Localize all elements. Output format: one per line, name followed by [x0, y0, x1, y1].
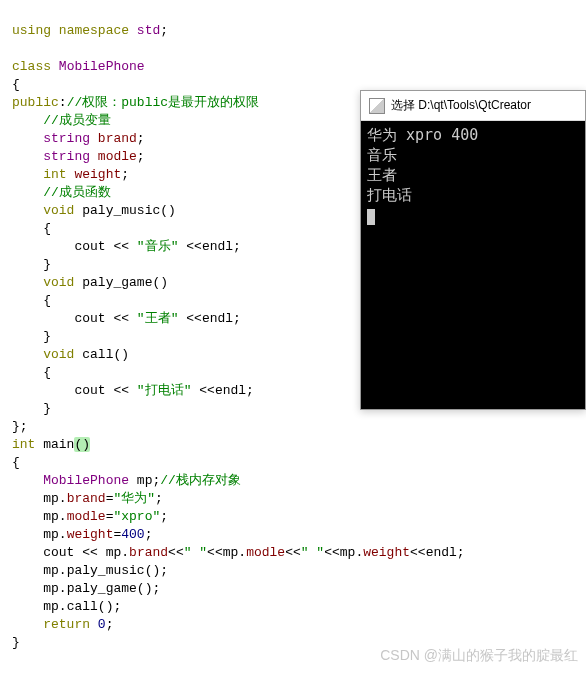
output-line: 王者: [367, 166, 397, 184]
kw-namespace: namespace: [59, 23, 129, 38]
kw-class: class: [12, 59, 51, 74]
console-icon: [369, 98, 385, 114]
kw-public: public: [12, 95, 59, 110]
comment: //成员函数: [43, 185, 111, 200]
main-func: main: [43, 437, 74, 452]
comment: //权限：public是最开放的权限: [67, 95, 259, 110]
console-window[interactable]: 选择 D:\qt\Tools\QtCreator 华为 xpro 400 音乐 …: [360, 90, 586, 410]
cursor: [367, 209, 375, 225]
console-title: 选择 D:\qt\Tools\QtCreator: [391, 97, 531, 114]
console-titlebar[interactable]: 选择 D:\qt\Tools\QtCreator: [361, 91, 585, 121]
output-line: 音乐: [367, 146, 397, 164]
paren-highlight: (): [74, 437, 90, 452]
console-output[interactable]: 华为 xpro 400 音乐 王者 打电话: [361, 121, 585, 409]
output-line: 打电话: [367, 186, 412, 204]
ns-std: std: [137, 23, 160, 38]
comment: //成员变量: [43, 113, 111, 128]
kw-using: using: [12, 23, 51, 38]
output-line: 华为 xpro 400: [367, 126, 478, 144]
class-name: MobilePhone: [59, 59, 145, 74]
